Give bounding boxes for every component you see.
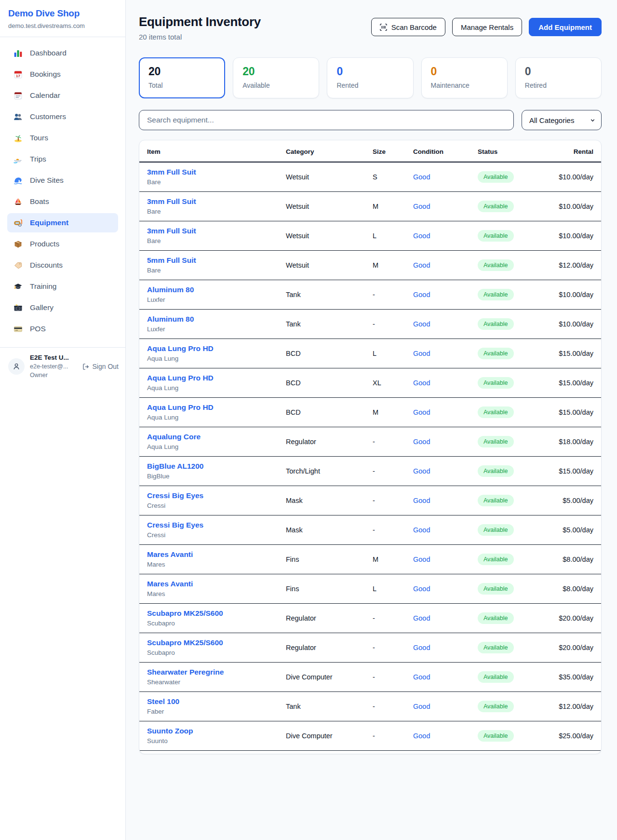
sidebar-item-dashboard[interactable]: Dashboard [7,43,118,63]
scan-barcode-label: Scan Barcode [391,23,437,31]
item-name-link[interactable]: Shearwater Peregrine [147,668,278,677]
sidebar-item-tours[interactable]: Tours [7,128,118,148]
stat-card-available[interactable]: 20 Available [233,57,319,98]
item-category: Dive Computer [282,721,369,750]
sidebar-item-training[interactable]: Training [7,277,118,296]
status-badge: Available [478,465,514,477]
sidebar-item-gallery[interactable]: Gallery [7,298,118,317]
item-size: S [369,162,409,191]
item-size: M [369,544,409,574]
search-input[interactable] [139,110,514,130]
item-condition-link[interactable]: Good [413,497,430,504]
status-badge: Available [478,201,514,212]
item-name-link[interactable]: Mares Avanti [147,550,278,559]
item-brand: Faber [147,708,278,715]
item-rental: $10.00/day [549,221,601,250]
item-name-link[interactable]: Scubapro MK25/S600 [147,609,278,618]
sidebar-item-calendar[interactable]: Calendar [7,86,118,105]
item-condition-link[interactable]: Good [413,644,430,651]
table-header: ItemCategorySizeConditionStatusRental [139,140,601,162]
item-condition-link[interactable]: Good [413,673,430,681]
status-badge: Available [478,318,514,330]
item-condition-link[interactable]: Good [413,703,430,710]
sidebar-item-equipment[interactable]: Equipment [7,213,118,232]
item-name-link[interactable]: Mares Avanti [147,580,278,588]
column-header-category: Category [282,140,369,162]
item-rental: $10.00/day [549,280,601,309]
status-badge: Available [478,730,514,742]
item-name-link[interactable]: 5mm Full Suit [147,256,278,265]
item-condition-link[interactable]: Good [413,232,430,240]
sidebar-item-products[interactable]: Products [7,234,118,254]
stat-card-rented[interactable]: 0 Rented [327,57,413,98]
item-condition-link[interactable]: Good [413,467,430,475]
item-condition-link[interactable]: Good [413,555,430,563]
item-category: Wetsuit [282,250,369,280]
table-row: BigBlue AL1200 BigBlue Torch/Light - Goo… [139,456,601,486]
item-condition-link[interactable]: Good [413,350,430,357]
sidebar-item-discounts[interactable]: Discounts [7,256,118,275]
item-name-link[interactable]: Aqua Lung Pro HD [147,344,278,353]
item-condition-link[interactable]: Good [413,732,430,740]
sidebar-item-customers[interactable]: Customers [7,107,118,126]
item-rental: $8.00/day [549,574,601,603]
item-category: Fins [282,574,369,603]
table-row: Shearwater Peregrine Shearwater Dive Com… [139,662,601,691]
item-rental: $18.00/day [549,427,601,456]
item-size: M [369,250,409,280]
item-name-link[interactable]: Aqualung Core [147,433,278,441]
item-condition-link[interactable]: Good [413,614,430,622]
page-header: Equipment Inventory 20 items total Scan … [139,14,602,41]
item-condition-link[interactable]: Good [413,261,430,269]
item-condition-link[interactable]: Good [413,585,430,593]
stat-card-retired[interactable]: 0 Retired [515,57,602,98]
item-brand: BigBlue [147,473,278,480]
item-condition-link[interactable]: Good [413,203,430,210]
sidebar-item-trips[interactable]: Trips [7,149,118,169]
sidebar-item-pos[interactable]: POS [7,319,118,339]
item-name-link[interactable]: 3mm Full Suit [147,168,278,176]
item-condition-link[interactable]: Good [413,291,430,298]
item-category: Torch/Light [282,456,369,486]
sidebar-item-boats[interactable]: Boats [7,192,118,211]
column-header-status: Status [474,140,549,162]
item-name-link[interactable]: 3mm Full Suit [147,197,278,206]
item-name-link[interactable]: Aqua Lung Pro HD [147,403,278,412]
status-badge: Available [478,259,514,271]
item-name-link[interactable]: Suunto Zoop [147,727,278,735]
item-condition-link[interactable]: Good [413,438,430,446]
item-name-link[interactable]: Cressi Big Eyes [147,491,278,500]
item-name-link[interactable]: Aqua Lung Pro HD [147,374,278,382]
item-condition-link[interactable]: Good [413,379,430,387]
item-condition-link[interactable]: Good [413,320,430,328]
manage-rentals-button[interactable]: Manage Rentals [452,18,522,36]
item-name-link[interactable]: Scubapro MK25/S600 [147,638,278,647]
item-name-link[interactable]: 3mm Full Suit [147,227,278,235]
item-name-link[interactable]: Aluminum 80 [147,315,278,324]
sidebar-item-dive-sites[interactable]: Dive Sites [7,171,118,190]
item-name-link[interactable]: Aluminum 80 [147,285,278,294]
sign-out-button[interactable]: Sign Out [82,363,120,370]
item-size: - [369,456,409,486]
item-condition-link[interactable]: Good [413,173,430,181]
add-equipment-button[interactable]: Add Equipment [529,18,602,36]
item-brand: Aqua Lung [147,414,278,421]
stat-card-maintenance[interactable]: 0 Maintenance [421,57,508,98]
scan-barcode-button[interactable]: Scan Barcode [371,18,445,36]
dive-mask-icon [13,218,23,228]
item-condition-link[interactable]: Good [413,526,430,534]
category-select[interactable]: All Categories [522,110,602,130]
item-rental: $8.00/day [549,544,601,574]
item-name-link[interactable]: Steel 100 [147,697,278,706]
item-condition-link[interactable]: Good [413,408,430,416]
stat-card-total[interactable]: 20 Total [139,57,225,98]
bar-chart-icon [13,49,23,58]
item-name-link[interactable]: Cressi Big Eyes [147,521,278,529]
item-rental: $15.00/day [549,368,601,397]
user-role: Owner [30,372,69,379]
item-name-link[interactable]: BigBlue AL1200 [147,462,278,471]
brand-domain: demo.test.divestreams.com [8,22,117,29]
sidebar-item-bookings[interactable]: 17 Bookings [7,65,118,84]
table-row: Aqua Lung Pro HD Aqua Lung BCD M Good Av… [139,397,601,427]
item-rental: $5.00/day [549,486,601,515]
